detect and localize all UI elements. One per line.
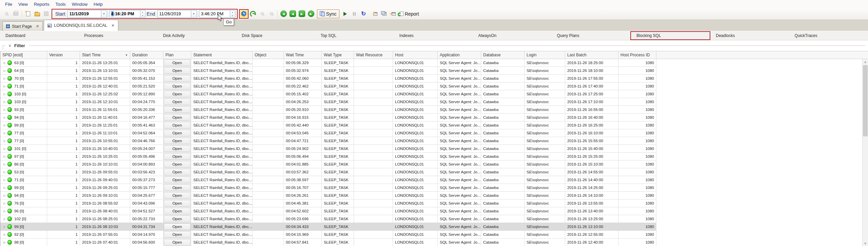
cell-host[interactable]: LONDONSQL01 (393, 114, 438, 121)
col-header-application[interactable]: Application (438, 51, 481, 59)
cell-host_process_id[interactable]: 1080 (618, 129, 656, 137)
cell-application[interactable]: SQL Server Agent: Jo... (438, 145, 481, 153)
start-time-spinner[interactable]: ▲▼ (140, 10, 145, 18)
cell-database[interactable]: Catawba (481, 184, 525, 192)
cell-spid[interactable]: ▷98 [0] (0, 239, 47, 246)
cell-object[interactable] (253, 160, 284, 168)
cell-plan[interactable]: Open (163, 184, 191, 192)
table-row[interactable]: ▷64 [0]12019-11-26 13:10:0100:05:32.070O… (0, 67, 868, 75)
table-row[interactable]: ▷97 [0]12019-11-26 10:25:0100:05:05.496O… (0, 153, 868, 160)
cell-wait_resource[interactable] (354, 59, 393, 67)
cell-wait_time[interactable]: 00:05:06.329 (284, 59, 322, 67)
open-plan-button[interactable]: Open (164, 114, 191, 121)
cell-start_time[interactable]: 2019-11-26 10:40:01 (80, 145, 130, 153)
cell-spid[interactable]: ▷63 [0] (0, 59, 47, 67)
cell-host[interactable]: LONDONSQL01 (393, 176, 438, 184)
cell-duration[interactable]: 00:04:16.477 (130, 114, 163, 121)
cell-spid[interactable]: ▷70 [0] (0, 75, 47, 82)
cell-host_process_id[interactable]: 1080 (618, 200, 656, 207)
cell-version[interactable]: 1 (47, 192, 80, 200)
cell-wait_resource[interactable] (354, 184, 393, 192)
cell-start_time[interactable]: 2019-11-26 08:40:01 (80, 207, 130, 215)
nav-prev-icon[interactable]: ◀ (289, 10, 297, 18)
cell-start_time[interactable]: 2019-11-26 12:40:01 (80, 82, 130, 90)
cell-wait_type[interactable]: SLEEP_TASK (322, 168, 354, 176)
menu-reports[interactable]: Reports (31, 1, 53, 7)
cell-spid[interactable]: ▷76 [0] (0, 200, 47, 207)
cell-wait_type[interactable]: SLEEP_TASK (322, 176, 354, 184)
cell-version[interactable]: 1 (47, 160, 80, 168)
cell-database[interactable]: Catawba (481, 239, 525, 246)
end-time-input[interactable]: 3:46:20 PM (199, 10, 230, 18)
cell-database[interactable]: Catawba (481, 67, 525, 75)
cell-statement[interactable]: SELECT Rainfall_Rates.ID, dbo.... (191, 215, 253, 223)
cell-start_time[interactable]: 2019-11-26 08:25:01 (80, 215, 130, 223)
cell-spid[interactable]: ▷77 [0] (0, 137, 47, 145)
cell-statement[interactable]: SELECT Rainfall_Rates.ID, dbo.... (191, 223, 253, 231)
cell-wait_type[interactable]: SLEEP_TASK (322, 184, 354, 192)
cell-host[interactable]: LONDONSQL01 (393, 215, 438, 223)
cell-last_batch[interactable]: 2019-11-26 16:55:00 (565, 106, 618, 114)
cell-application[interactable]: SQL Server Agent: Jo... (438, 239, 481, 246)
cell-login[interactable]: SE\sqlsrvsvc (525, 145, 565, 153)
cell-wait_time[interactable]: 00:04:57.841 (284, 239, 322, 246)
event-list-icon[interactable]: ⚡ (371, 10, 380, 18)
cell-plan[interactable]: Open (163, 223, 191, 231)
cell-wait_time[interactable]: 00:05:42.060 (284, 75, 322, 82)
cell-last_batch[interactable]: 2019-11-26 12:55:00 (565, 231, 618, 239)
expand-row-icon[interactable]: ▷ (2, 147, 7, 150)
cell-version[interactable]: 1 (47, 184, 80, 192)
cell-duration[interactable]: 00:04:52.064 (130, 129, 163, 137)
col-header-wait-time[interactable]: Wait Time (284, 51, 322, 59)
cell-host[interactable]: LONDONSQL01 (393, 90, 438, 98)
tab-blocking-sql[interactable]: Blocking SQL (630, 31, 710, 40)
cell-wait_type[interactable]: SLEEP_TASK (322, 75, 354, 82)
cell-login[interactable]: SE\sqlsrvsvc (525, 239, 565, 246)
cell-wait_resource[interactable] (354, 215, 393, 223)
cell-duration[interactable]: 00:05:32.070 (130, 67, 163, 75)
open-plan-button[interactable]: Open (164, 169, 191, 175)
cell-version[interactable]: 1 (47, 106, 80, 114)
doc-tab-londonsql01-se-local[interactable]: LONDONSQL01.SE.LOCAL✕ (44, 20, 118, 31)
cell-duration[interactable]: 00:05:15.777 (130, 184, 163, 192)
cell-plan[interactable]: Open (163, 59, 191, 67)
cell-database[interactable]: Catawba (481, 168, 525, 176)
cell-statement[interactable]: SELECT Rainfall_Rates.ID, dbo.... (191, 168, 253, 176)
cell-wait_resource[interactable] (354, 153, 393, 160)
cell-statement[interactable]: SELECT Rainfall_Rates.ID, dbo.... (191, 239, 253, 246)
table-row[interactable]: ▷71 [0]12019-11-26 09:40:0100:05:37.273O… (0, 176, 868, 184)
cell-version[interactable]: 1 (47, 137, 80, 145)
expand-row-icon[interactable]: ▷ (2, 61, 7, 64)
cell-wait_time[interactable]: 00:05:06.494 (284, 153, 322, 160)
cell-object[interactable] (253, 98, 284, 106)
cell-object[interactable] (253, 75, 284, 82)
cell-statement[interactable]: SELECT Rainfall_Rates.ID, dbo.... (191, 137, 253, 145)
cell-login[interactable]: SE\sqlsrvsvc (525, 200, 565, 207)
cell-object[interactable] (253, 223, 284, 231)
cell-object[interactable] (253, 192, 284, 200)
open-plan-button[interactable]: Open (164, 176, 191, 183)
cell-application[interactable]: SQL Server Agent: Jo... (438, 82, 481, 90)
cell-version[interactable]: 1 (47, 59, 80, 67)
cell-statement[interactable]: SELECT Rainfall_Rates.ID, dbo.... (191, 90, 253, 98)
cell-object[interactable] (253, 82, 284, 90)
cell-application[interactable]: SQL Server Agent: Jo... (438, 184, 481, 192)
cell-object[interactable] (253, 121, 284, 129)
tab-dashboard[interactable]: Dashboard (0, 31, 79, 40)
cell-last_batch[interactable]: 2019-11-26 18:10:00 (565, 67, 618, 75)
cell-host[interactable]: LONDONSQL01 (393, 145, 438, 153)
cell-host_process_id[interactable]: 1080 (618, 145, 656, 153)
cell-duration[interactable]: 00:05:22.733 (130, 215, 163, 223)
print-icon[interactable] (12, 10, 20, 18)
cell-wait_type[interactable]: SLEEP_TASK (322, 223, 354, 231)
cell-statement[interactable]: SELECT Rainfall_Rates.ID, dbo.... (191, 67, 253, 75)
cell-application[interactable]: SQL Server Agent: Jo... (438, 223, 481, 231)
table-row[interactable]: ▷92 [0]12019-11-26 07:55:0100:04:14.970O… (0, 231, 868, 239)
cell-duration[interactable]: 00:04:31.734 (130, 223, 163, 231)
cell-wait_type[interactable]: SLEEP_TASK (322, 98, 354, 106)
col-header-statement[interactable]: Statement (191, 51, 253, 59)
cell-host[interactable]: LONDONSQL01 (393, 106, 438, 114)
cell-plan[interactable]: Open (163, 114, 191, 121)
cell-start_time[interactable]: 2019-11-26 08:10:03 (80, 223, 130, 231)
tab-processes[interactable]: Processes (79, 31, 157, 40)
